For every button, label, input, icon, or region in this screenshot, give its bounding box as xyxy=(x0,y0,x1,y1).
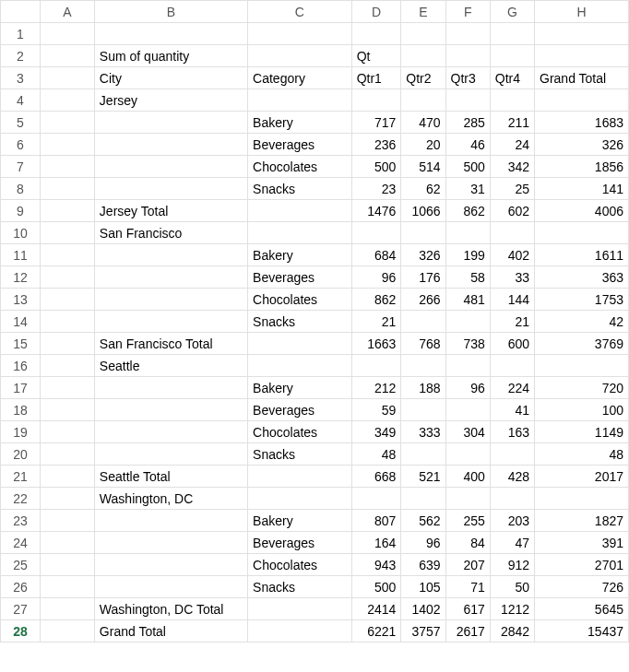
cell-E4[interactable] xyxy=(401,89,445,112)
cell-B19[interactable] xyxy=(94,421,247,443)
cell-D11[interactable]: 684 xyxy=(351,244,401,266)
cell-D22[interactable] xyxy=(351,488,401,510)
row-header[interactable]: 18 xyxy=(1,399,41,421)
cell-F27[interactable]: 617 xyxy=(445,598,490,620)
col-header-C[interactable]: C xyxy=(248,1,352,23)
cell-A1[interactable] xyxy=(40,23,94,45)
cell-A4[interactable] xyxy=(40,89,94,112)
cell-A13[interactable] xyxy=(40,289,94,311)
cell-A22[interactable] xyxy=(40,488,94,510)
row-header[interactable]: 27 xyxy=(1,598,41,620)
cell-C15[interactable] xyxy=(248,333,352,355)
cell-D15[interactable]: 1663 xyxy=(351,333,401,355)
cell-A7[interactable] xyxy=(40,156,94,178)
cell-G12[interactable]: 33 xyxy=(490,266,534,289)
cell-E22[interactable] xyxy=(401,488,445,510)
cell-B9[interactable]: Jersey Total xyxy=(94,200,247,222)
cell-G2[interactable] xyxy=(490,45,534,67)
cell-C9[interactable] xyxy=(248,200,352,222)
row-header[interactable]: 26 xyxy=(1,576,41,598)
cell-D1[interactable] xyxy=(351,23,401,45)
cell-A3[interactable] xyxy=(40,67,94,89)
cell-C24[interactable]: Beverages xyxy=(248,532,352,554)
cell-D18[interactable]: 59 xyxy=(351,399,401,421)
cell-E25[interactable]: 639 xyxy=(401,554,445,576)
cell-F16[interactable] xyxy=(445,355,490,377)
cell-F8[interactable]: 31 xyxy=(445,178,490,200)
cell-E7[interactable]: 514 xyxy=(401,156,445,178)
cell-A15[interactable] xyxy=(40,333,94,355)
col-header-F[interactable]: F xyxy=(445,1,490,23)
cell-C20[interactable]: Snacks xyxy=(248,443,352,466)
row-header[interactable]: 6 xyxy=(1,134,41,156)
cell-D26[interactable]: 500 xyxy=(351,576,401,598)
cell-E5[interactable]: 470 xyxy=(401,112,445,134)
cell-F20[interactable] xyxy=(445,443,490,466)
cell-G22[interactable] xyxy=(490,488,534,510)
cell-H28[interactable]: 15437 xyxy=(535,620,629,643)
cell-D20[interactable]: 48 xyxy=(351,443,401,466)
cell-A27[interactable] xyxy=(40,598,94,620)
cell-D23[interactable]: 807 xyxy=(351,510,401,532)
row-header[interactable]: 3 xyxy=(1,67,41,89)
row-header[interactable]: 8 xyxy=(1,178,41,200)
cell-E19[interactable]: 333 xyxy=(401,421,445,443)
cell-E13[interactable]: 266 xyxy=(401,289,445,311)
cell-D27[interactable]: 2414 xyxy=(351,598,401,620)
cell-H22[interactable] xyxy=(535,488,629,510)
cell-D25[interactable]: 943 xyxy=(351,554,401,576)
cell-F22[interactable] xyxy=(445,488,490,510)
row-header[interactable]: 5 xyxy=(1,112,41,134)
cell-F7[interactable]: 500 xyxy=(445,156,490,178)
cell-F15[interactable]: 738 xyxy=(445,333,490,355)
cell-F23[interactable]: 255 xyxy=(445,510,490,532)
row-header[interactable]: 16 xyxy=(1,355,41,377)
cell-C28[interactable] xyxy=(248,620,352,643)
cell-A20[interactable] xyxy=(40,443,94,466)
cell-F2[interactable] xyxy=(445,45,490,67)
cell-A11[interactable] xyxy=(40,244,94,266)
row-header[interactable]: 15 xyxy=(1,333,41,355)
cell-F21[interactable]: 400 xyxy=(445,466,490,488)
cell-B14[interactable] xyxy=(94,311,247,333)
cell-D28[interactable]: 6221 xyxy=(351,620,401,643)
cell-B1[interactable] xyxy=(94,23,247,45)
cell-H16[interactable] xyxy=(535,355,629,377)
cell-H11[interactable]: 1611 xyxy=(535,244,629,266)
cell-C14[interactable]: Snacks xyxy=(248,311,352,333)
cell-B24[interactable] xyxy=(94,532,247,554)
cell-H23[interactable]: 1827 xyxy=(535,510,629,532)
col-header-H[interactable]: H xyxy=(535,1,629,23)
cell-G14[interactable]: 21 xyxy=(490,311,534,333)
cell-F13[interactable]: 481 xyxy=(445,289,490,311)
cell-C10[interactable] xyxy=(248,222,352,244)
row-header[interactable]: 19 xyxy=(1,421,41,443)
cell-F4[interactable] xyxy=(445,89,490,112)
cell-F18[interactable] xyxy=(445,399,490,421)
cell-F19[interactable]: 304 xyxy=(445,421,490,443)
cell-G10[interactable] xyxy=(490,222,534,244)
cell-F24[interactable]: 84 xyxy=(445,532,490,554)
cell-H25[interactable]: 2701 xyxy=(535,554,629,576)
row-header[interactable]: 9 xyxy=(1,200,41,222)
cell-F5[interactable]: 285 xyxy=(445,112,490,134)
cell-C6[interactable]: Beverages xyxy=(248,134,352,156)
cell-E8[interactable]: 62 xyxy=(401,178,445,200)
cell-B20[interactable] xyxy=(94,443,247,466)
cell-G24[interactable]: 47 xyxy=(490,532,534,554)
cell-F6[interactable]: 46 xyxy=(445,134,490,156)
cell-D14[interactable]: 21 xyxy=(351,311,401,333)
cell-B8[interactable] xyxy=(94,178,247,200)
cell-A24[interactable] xyxy=(40,532,94,554)
cell-B2[interactable]: Sum of quantity xyxy=(94,45,247,67)
col-header-B[interactable]: B xyxy=(94,1,247,23)
cell-G16[interactable] xyxy=(490,355,534,377)
cell-C22[interactable] xyxy=(248,488,352,510)
col-header-D[interactable]: D xyxy=(351,1,401,23)
cell-C21[interactable] xyxy=(248,466,352,488)
cell-B25[interactable] xyxy=(94,554,247,576)
cell-H24[interactable]: 391 xyxy=(535,532,629,554)
row-header[interactable]: 24 xyxy=(1,532,41,554)
cell-A14[interactable] xyxy=(40,311,94,333)
cell-E9[interactable]: 1066 xyxy=(401,200,445,222)
